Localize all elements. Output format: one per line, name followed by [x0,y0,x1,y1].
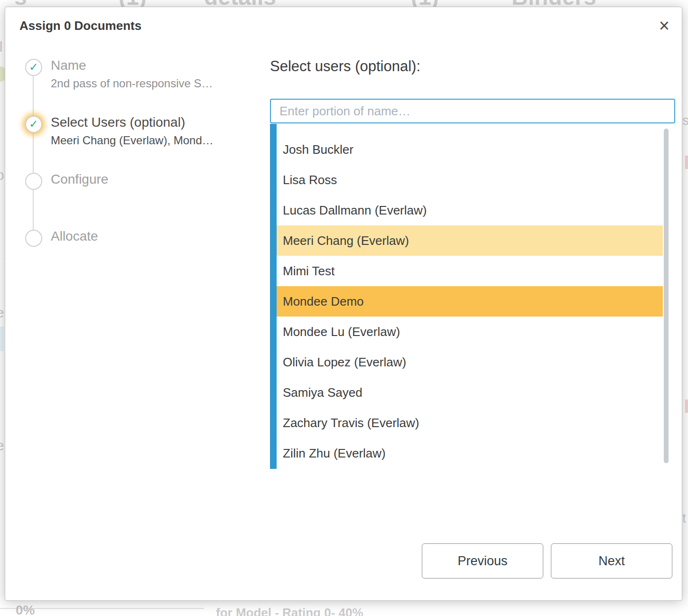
modal-footer: Previous Next [5,543,682,600]
step-label: Name [51,58,213,73]
check-icon: ✓ [25,116,42,133]
list-accent-bar [270,124,277,469]
list-scrollbar[interactable] [664,129,669,463]
user-list-item[interactable]: Zachary Travis (Everlaw) [270,408,663,438]
user-list-item[interactable]: Mondee Lu (Everlaw) [270,317,663,347]
step-circle-icon [25,230,42,247]
user-list-item[interactable]: Mimi Test [270,256,663,286]
step-sublabel: 2nd pass of non-responsive S… [51,77,213,90]
user-list-items: Josh BucklerLisa RossLucas Dallmann (Eve… [270,134,669,468]
step-text: Allocate [51,229,98,244]
step-text: Name2nd pass of non-responsive S… [51,58,213,90]
modal-header: Assign 0 Documents × [5,7,682,42]
user-list-item[interactable]: Josh Buckler [270,134,663,165]
step-name[interactable]: ✓Name2nd pass of non-responsive S… [25,59,270,116]
user-list: Josh BucklerLisa RossLucas Dallmann (Eve… [270,124,669,469]
step-label: Configure [51,172,108,187]
select-users-panel: Select users (optional): Josh BucklerLis… [270,42,682,543]
step-select-users-optional[interactable]: ✓Select Users (optional)Meeri Chang (Eve… [25,116,270,173]
step-label: Allocate [51,229,98,244]
stepper: ✓Name2nd pass of non-responsive S…✓Selec… [19,42,270,543]
user-search-input[interactable] [270,99,675,123]
modal-title: Assign 0 Documents [19,19,668,33]
previous-button[interactable]: Previous [422,543,543,579]
user-list-item[interactable]: Lisa Ross [270,165,663,195]
next-button[interactable]: Next [551,543,672,579]
step-text: Select Users (optional)Meeri Chang (Ever… [51,115,214,147]
step-label: Select Users (optional) [51,115,214,130]
assign-documents-modal: Assign 0 Documents × ✓Name2nd pass of no… [5,7,682,601]
select-users-heading: Select users (optional): [270,58,675,75]
close-icon[interactable]: × [659,17,669,35]
user-list-item[interactable]: Olivia Lopez (Everlaw) [270,347,663,377]
user-list-item-partial [270,124,663,134]
step-circle-icon [25,173,42,190]
check-icon: ✓ [25,59,42,76]
user-list-item[interactable]: Mondee Demo [270,286,663,317]
user-list-item[interactable]: Samiya Sayed [270,377,663,408]
modal-body: ✓Name2nd pass of non-responsive S…✓Selec… [5,42,682,543]
user-list-item[interactable]: Meeri Chang (Everlaw) [270,225,663,256]
user-list-item[interactable]: Lucas Dallmann (Everlaw) [270,195,663,225]
user-list-item[interactable]: Zilin Zhu (Everlaw) [270,438,663,468]
step-sublabel: Meeri Chang (Everlaw), Mond… [51,134,214,147]
step-allocate[interactable]: Allocate [25,230,270,287]
step-configure[interactable]: Configure [25,173,270,230]
step-text: Configure [51,172,108,187]
